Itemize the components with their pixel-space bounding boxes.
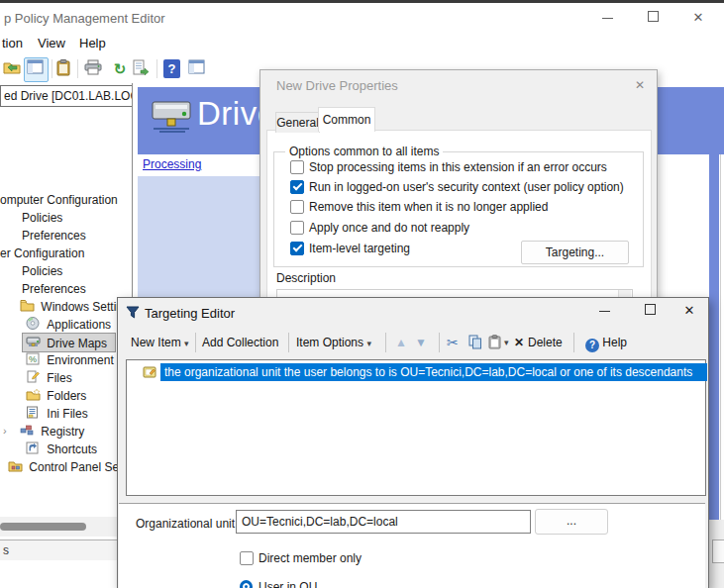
help-icon: ? — [585, 339, 599, 352]
main-window-title: p Policy Management Editor — [4, 11, 165, 26]
console-window-icon[interactable] — [27, 59, 47, 78]
disc-icon — [26, 317, 41, 330]
new-window-icon[interactable] — [188, 59, 208, 78]
user-in-ou-row[interactable]: User in OU — [240, 580, 317, 588]
ou-item-icon — [143, 365, 156, 378]
scrollbar-thumb[interactable] — [0, 523, 86, 531]
tree-item-applications[interactable]: Applications — [26, 315, 132, 333]
file-pencil-icon — [26, 370, 41, 383]
processing-link[interactable]: Processing — [143, 157, 201, 171]
dialog-title: Targeting Editor — [145, 306, 235, 321]
new-item-button[interactable]: New Item ▾ — [131, 335, 189, 351]
checkbox[interactable] — [290, 221, 304, 235]
tree-item-shortcuts[interactable]: Shortcuts — [26, 440, 132, 457]
folder-icon — [20, 299, 35, 312]
tree-item-control-panel-settings[interactable]: Control Panel Sett — [8, 457, 132, 475]
drive-banner-icon — [150, 99, 195, 135]
checkbox-row-apply-once[interactable]: Apply once and do not reapply — [290, 221, 469, 235]
copy-icon[interactable] — [468, 335, 482, 351]
tree-horizontal-scrollbar[interactable] — [0, 517, 132, 537]
delete-button[interactable]: Delete — [528, 335, 563, 351]
toolbar-separator — [573, 333, 574, 352]
toolbar-separator — [52, 59, 52, 78]
back-folder-icon[interactable] — [3, 59, 23, 78]
toolbar-separator — [77, 59, 78, 78]
menu-view[interactable]: View — [38, 36, 65, 50]
minimize-button[interactable] — [596, 9, 618, 27]
window-edge-line — [720, 154, 721, 520]
paste-dropdown-icon[interactable]: ▾ — [504, 335, 509, 351]
tree-overflow-text: s — [0, 540, 120, 560]
checkbox[interactable] — [290, 242, 304, 255]
scrollbar-element[interactable] — [712, 539, 724, 563]
checkbox[interactable] — [290, 180, 304, 194]
checkbox-row-remove-item[interactable]: Remove this item when it is no longer ap… — [290, 200, 548, 214]
tree-item-windows-settings[interactable]: Windows Settings — [20, 297, 132, 315]
direct-member-only-row[interactable]: Direct member only — [240, 551, 362, 565]
cut-icon[interactable]: ✂ — [447, 335, 459, 351]
radio-button[interactable] — [240, 580, 253, 588]
tree-item-preferences-user[interactable]: Preferences — [22, 279, 132, 297]
maximize-button[interactable] — [639, 302, 661, 320]
help-button[interactable]: ? Help — [585, 335, 627, 351]
main-menubar — [0, 30, 724, 56]
processing-tab-strip: Processing — [138, 154, 259, 176]
tree-item-files[interactable]: Files — [26, 368, 132, 386]
tree-item-policies-user[interactable]: Policies — [22, 261, 132, 279]
targeting-button[interactable]: Targeting... — [521, 241, 629, 264]
tree-item-computer-configuration[interactable]: omputer Configuration — [0, 190, 132, 208]
console-tree-pane: ed Drive [DC01.LAB.LOCA omputer Configur… — [0, 83, 132, 588]
percent-icon: % — [26, 352, 41, 365]
close-button[interactable]: ✕ — [687, 9, 709, 27]
tab-common[interactable]: Common — [318, 107, 375, 132]
expander-icon[interactable]: › — [3, 425, 7, 437]
tree-item-environment[interactable]: % Environment — [26, 350, 132, 368]
menu-help[interactable]: Help — [79, 36, 106, 50]
paste-clipboard-icon[interactable] — [56, 59, 76, 78]
browse-button[interactable]: ... — [535, 509, 608, 535]
toolbar-separator — [288, 333, 289, 352]
tree-item-registry[interactable]: › Registry — [3, 422, 132, 440]
funnel-icon — [126, 306, 140, 320]
ini-doc-icon — [26, 406, 41, 419]
close-button[interactable]: ✕ — [678, 302, 700, 320]
dialog-title: New Drive Properties — [276, 78, 398, 93]
targeting-item-details: Organizational unit OU=Tecnici,DC=lab,DC… — [119, 503, 705, 588]
minimize-button[interactable] — [593, 302, 615, 320]
help-icon[interactable]: ? — [163, 59, 180, 78]
tree-item-ini-files[interactable]: Ini Files — [26, 404, 132, 422]
tree-item-policies[interactable]: Policies — [22, 208, 132, 226]
checkbox[interactable] — [290, 160, 304, 174]
print-icon[interactable] — [84, 59, 104, 78]
pane-right-edge — [709, 154, 719, 520]
screen: p Policy Management Editor ✕ tion View H… — [0, 0, 724, 588]
drive-maps-icon — [26, 336, 41, 348]
checkbox-row-item-level-targeting[interactable]: Item-level targeting — [290, 242, 410, 255]
checkbox[interactable] — [290, 200, 304, 214]
close-icon[interactable]: ✕ — [631, 76, 649, 94]
tree-item-preferences[interactable]: Preferences — [22, 226, 132, 244]
paste-icon[interactable] — [488, 335, 501, 351]
organizational-unit-input[interactable]: OU=Tecnici,DC=lab,DC=local — [236, 510, 531, 534]
maximize-button[interactable] — [642, 9, 664, 27]
tree-root-node[interactable]: ed Drive [DC01.LAB.LOCA — [0, 85, 132, 107]
menu-action[interactable]: tion — [2, 36, 23, 50]
selected-targeting-item[interactable]: the organizational unit the user belongs… — [160, 363, 707, 381]
refresh-icon[interactable]: ↻ — [110, 59, 130, 78]
tree-item-user-configuration[interactable]: er Configuration — [0, 244, 132, 261]
export-list-icon[interactable] — [133, 59, 153, 78]
shortcut-icon — [26, 441, 41, 454]
groupbox-label: Options common to all items — [285, 145, 443, 158]
tab-general[interactable]: General — [275, 112, 320, 133]
tree-item-drive-maps[interactable]: Drive Maps — [22, 333, 116, 352]
delete-x-icon[interactable]: ✕ — [514, 335, 524, 351]
tree-item-folders[interactable]: Folders — [26, 386, 132, 404]
checkbox[interactable] — [240, 551, 254, 565]
item-options-button[interactable]: Item Options ▾ — [296, 335, 371, 351]
checkbox-row-stop-processing[interactable]: Stop processing items in this extension … — [290, 160, 607, 174]
targeting-items-list[interactable]: the organizational unit the user belongs… — [126, 359, 706, 496]
move-up-icon[interactable]: ▲ — [395, 335, 407, 351]
move-down-icon[interactable]: ▼ — [415, 335, 427, 351]
add-collection-button[interactable]: Add Collection — [202, 335, 278, 351]
checkbox-row-run-in-context[interactable]: Run in logged-on user's security context… — [290, 180, 624, 194]
